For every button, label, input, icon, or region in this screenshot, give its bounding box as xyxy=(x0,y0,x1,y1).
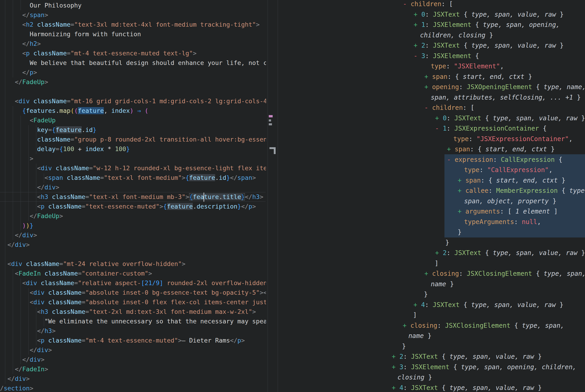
token: start, end, ctxt xyxy=(496,177,558,184)
token: : xyxy=(447,125,454,132)
ast-node-line[interactable]: ] xyxy=(0,310,585,320)
token: : xyxy=(459,83,467,91)
ast-node-line[interactable]: + arguments: [ 1 element ] xyxy=(0,206,585,217)
token: } xyxy=(424,290,428,298)
token: type xyxy=(464,166,479,174)
token: { xyxy=(449,363,461,371)
token: 3 xyxy=(421,52,425,60)
ast-node-line[interactable]: } xyxy=(0,238,585,248)
token: } xyxy=(556,42,564,49)
token: type, span, value, raw xyxy=(471,11,556,18)
token: JSXText xyxy=(433,11,460,18)
ast-node-line[interactable]: + 3: JSXElement { type, span, opening, c… xyxy=(0,362,585,372)
token: : [ xyxy=(500,208,515,215)
token: : xyxy=(425,52,433,60)
ast-node-line[interactable]: + 2: JSXText { type, span, value, raw } xyxy=(0,248,585,258)
ast-node-line[interactable]: + 4: JSXText { type, span, value, raw } xyxy=(0,300,585,310)
token: : xyxy=(425,301,433,308)
token: 0 xyxy=(421,11,425,18)
token: arguments xyxy=(465,208,500,215)
ast-node-line[interactable]: + 2: JSXText { type, span, value, raw } xyxy=(0,40,585,51)
token: : { xyxy=(470,146,485,153)
ast-node-line[interactable]: } xyxy=(0,289,585,300)
token: : xyxy=(403,353,411,360)
token: : [ xyxy=(463,104,475,112)
token: : { xyxy=(481,177,496,184)
ast-node-line[interactable]: name } xyxy=(0,331,585,341)
token: 1 xyxy=(421,21,425,28)
token: + xyxy=(392,384,400,392)
ast-node-line[interactable]: } xyxy=(0,227,585,238)
ast-node-line[interactable]: type: "JSXElement", xyxy=(0,61,585,72)
token: MemberExpression xyxy=(496,187,558,194)
token: { xyxy=(438,353,449,360)
ast-node-line[interactable]: + 4: JSXText { type, span, value, raw } xyxy=(0,383,585,392)
ast-node-line[interactable]: + callee: MemberExpression { type, xyxy=(0,186,585,196)
token: JSXElement xyxy=(433,52,471,60)
token: JSXText xyxy=(411,353,438,360)
ast-node-line[interactable]: + span: { start, end, ctxt } xyxy=(0,144,585,154)
token: { xyxy=(471,52,479,60)
ast-node-line[interactable]: span, attributes, selfClosing, ... +1 } xyxy=(0,92,585,103)
token: + xyxy=(435,249,443,256)
token: : xyxy=(447,249,454,256)
ast-node-line[interactable]: span, object, property } xyxy=(0,196,585,206)
token: "JSXExpressionContainer" xyxy=(476,135,569,143)
token: } xyxy=(556,301,563,308)
ast-node-line[interactable]: name } xyxy=(0,279,585,290)
token: 0 xyxy=(443,114,447,122)
ast-node-line[interactable]: ] xyxy=(0,258,585,269)
token: 1 element xyxy=(515,208,550,215)
token: + xyxy=(435,114,443,122)
token: type, span, xyxy=(544,270,585,277)
ast-node-line[interactable]: closing } xyxy=(0,372,585,383)
ast-node-line[interactable]: } xyxy=(0,341,585,352)
ast-tree-pane[interactable]: - children: [+ 0: JSXText { type, span, … xyxy=(0,0,585,392)
token: : xyxy=(447,114,454,122)
token: "JSXElement" xyxy=(454,62,500,70)
ast-node-line[interactable]: + 0: JSXText { type, span, value, raw } xyxy=(0,9,585,20)
ast-node-line[interactable]: type: "JSXExpressionContainer", xyxy=(0,134,585,144)
ast-node-line[interactable]: + 2: JSXText { type, span, value, raw } xyxy=(0,352,585,362)
token: } xyxy=(577,114,585,122)
token: type, span, xyxy=(522,322,564,329)
token: CallExpression xyxy=(501,156,555,164)
token: typeArguments xyxy=(464,218,514,226)
ast-node-line[interactable]: - children: [ xyxy=(0,102,585,113)
ast-node-line[interactable]: + span: { start, end, ctxt } xyxy=(0,175,585,186)
ast-node-line[interactable]: + 0: JSXText { type, span, value, raw } xyxy=(0,113,585,124)
token: type, span, opening, xyxy=(483,21,560,28)
token: } xyxy=(485,32,493,39)
ast-node-line[interactable]: typeArguments: null, xyxy=(0,217,585,227)
token: : xyxy=(459,270,467,277)
token: } xyxy=(446,280,454,288)
ast-lines: - children: [+ 0: JSXText { type, span, … xyxy=(0,0,585,392)
ast-node-line[interactable]: - 1: JSXExpressionContainer { xyxy=(0,123,585,134)
ast-node-line[interactable]: + span: { start, end, ctxt } xyxy=(0,72,585,82)
token: ] xyxy=(550,208,558,215)
token: - xyxy=(403,0,411,8)
token: { xyxy=(481,114,493,122)
token: + xyxy=(403,322,410,329)
token: ] xyxy=(413,311,417,319)
token: start, end, ctxt xyxy=(463,73,524,80)
token: { xyxy=(539,125,547,132)
token: } xyxy=(556,11,564,18)
token: { xyxy=(460,42,471,49)
token: children xyxy=(411,0,441,8)
ast-node-line[interactable]: + opening: JSXOpeningElement { type, nam… xyxy=(0,82,585,92)
token: type, name, xyxy=(544,83,585,91)
token: 4 xyxy=(421,301,425,308)
token: JSXText xyxy=(454,249,481,256)
ast-node-line[interactable]: - expression: CallExpression { xyxy=(0,154,585,165)
ast-node-line[interactable]: - children: [ xyxy=(0,0,585,9)
token: } xyxy=(534,384,542,392)
ast-node-line[interactable]: + closing: JSXClosingElement { type, spa… xyxy=(0,268,585,279)
ast-node-line[interactable]: - 3: JSXElement { xyxy=(0,51,585,61)
ast-node-line[interactable]: + closing: JSXClosingElement { type, spa… xyxy=(0,320,585,331)
ast-node-line[interactable]: type: "CallExpression", xyxy=(0,165,585,175)
token: - xyxy=(424,104,432,112)
ast-node-line[interactable]: + 1: JSXElement { type, span, opening, xyxy=(0,20,585,30)
ast-node-line[interactable]: children, closing } xyxy=(0,30,585,40)
token: - xyxy=(414,52,421,60)
